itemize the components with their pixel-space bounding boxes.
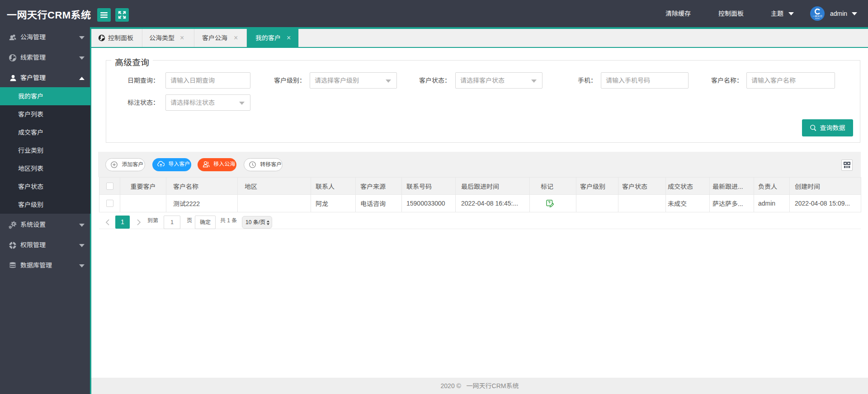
svg-text:一网天行: 一网天行: [812, 14, 822, 18]
